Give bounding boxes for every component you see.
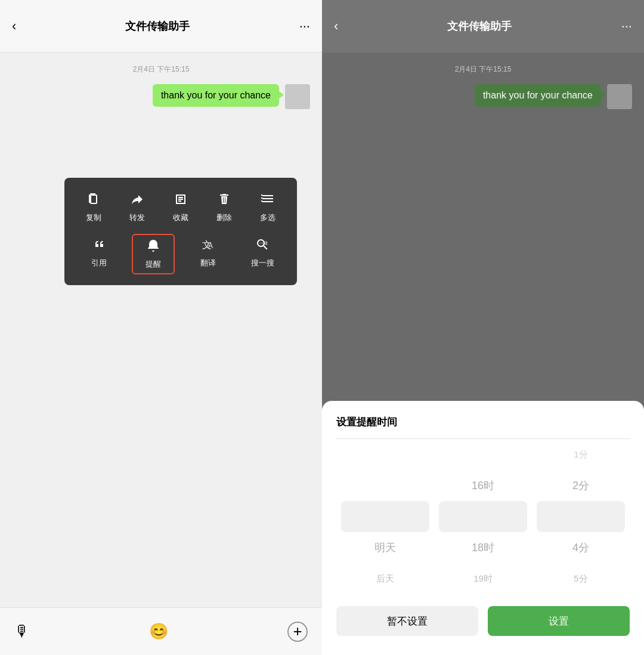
menu-label-search: 搜一搜 — [251, 258, 274, 268]
picker-day-before[interactable] — [336, 470, 434, 501]
right-back-button[interactable]: ‹ — [334, 18, 338, 34]
menu-label-remind: 提醒 — [145, 259, 161, 270]
menu-item-remind[interactable]: 提醒 — [132, 234, 175, 274]
left-bottom-bar: 🎙 😊 + — [0, 607, 322, 655]
context-menu-row1: 复制 转发 收藏 — [64, 185, 297, 230]
forward-icon — [130, 192, 144, 210]
sheet-buttons: 暂不设置 设置 — [336, 606, 630, 636]
context-menu-row2: 引用 提醒 文A 翻译 — [64, 230, 297, 278]
svg-text:A: A — [208, 242, 213, 250]
menu-item-search[interactable]: 一搜 搜一搜 — [241, 234, 284, 274]
menu-label-delete: 删除 — [216, 212, 232, 223]
picker-day-after2[interactable]: 后天 — [336, 563, 434, 594]
confirm-button[interactable]: 设置 — [488, 606, 630, 636]
menu-item-copy[interactable]: 复制 — [72, 189, 115, 227]
left-header: ‹ 文件传输助手 ··· — [0, 0, 322, 52]
right-header: ‹ 文件传输助手 ··· — [322, 0, 644, 52]
picker-hour-after2[interactable]: 19时 — [434, 563, 532, 594]
menu-item-forward[interactable]: 转发 — [116, 189, 159, 227]
voice-icon[interactable]: 🎙 — [14, 622, 30, 641]
right-more-button[interactable]: ··· — [621, 18, 632, 34]
left-message-bubble[interactable]: thank you for your chance — [153, 84, 279, 107]
left-back-button[interactable]: ‹ — [12, 18, 16, 34]
left-more-button[interactable]: ··· — [299, 18, 310, 34]
right-message-bubble: thank you for your chance — [475, 84, 601, 107]
picker-hour-before2[interactable] — [434, 439, 532, 470]
menu-label-forward: 转发 — [129, 212, 145, 223]
collect-icon — [174, 192, 188, 210]
picker-min-selected[interactable]: 3分 — [532, 501, 630, 532]
multiselect-icon — [261, 192, 275, 210]
menu-label-collect: 收藏 — [173, 212, 188, 223]
copy-icon — [86, 192, 101, 210]
picker-min-after[interactable]: 4分 — [532, 532, 630, 563]
picker-col-min: 1分 2分 3分 4分 5分 — [532, 439, 630, 594]
picker-col-day: 今天 明天 后天 — [336, 439, 434, 594]
picker-hour-after[interactable]: 18时 — [434, 532, 532, 563]
sheet-title: 设置提醒时间 — [336, 415, 630, 429]
picker-container: 今天 明天 后天 16时 17时 18时 19时 1分 2分 3分 4分 5分 — [336, 439, 630, 594]
time-picker-sheet: 设置提醒时间 今天 明天 后天 16时 17时 18时 19时 — [322, 401, 644, 655]
left-panel: ‹ 文件传输助手 ··· 2月4日 下午15:15 thank you for … — [0, 0, 322, 655]
picker-day-before2[interactable] — [336, 439, 434, 470]
left-header-title: 文件传输助手 — [125, 19, 190, 33]
right-timestamp: 2月4日 下午15:15 — [455, 64, 512, 75]
picker-hour-selected[interactable]: 17时 — [434, 501, 532, 532]
menu-label-quote: 引用 — [91, 258, 107, 268]
plus-icon[interactable]: + — [287, 622, 308, 642]
bell-icon — [146, 239, 160, 257]
menu-label-copy: 复制 — [86, 212, 101, 223]
picker-min-before2[interactable]: 1分 — [532, 439, 630, 470]
left-chat-area: 2月4日 下午15:15 thank you for your chance 复… — [0, 52, 322, 607]
picker-day-after[interactable]: 明天 — [336, 532, 434, 563]
cancel-button[interactable]: 暂不设置 — [336, 606, 478, 636]
picker-col-hour: 16时 17时 18时 19时 — [434, 439, 532, 594]
context-menu: 复制 转发 收藏 — [64, 178, 297, 285]
search-icon: 一搜 — [255, 237, 270, 255]
left-avatar — [285, 84, 310, 109]
right-header-title: 文件传输助手 — [447, 19, 512, 33]
quote-icon — [92, 237, 106, 255]
translate-icon: 文A — [201, 237, 215, 255]
delete-icon — [217, 192, 231, 210]
right-panel: ‹ 文件传输助手 ··· 2月4日 下午15:15 thank you for … — [322, 0, 644, 655]
menu-label-translate: 翻译 — [200, 258, 216, 268]
picker-day-selected[interactable]: 今天 — [336, 501, 434, 532]
right-avatar — [607, 84, 632, 109]
left-message-row: thank you for your chance — [12, 84, 310, 109]
menu-item-multiselect[interactable]: 多选 — [246, 189, 289, 227]
menu-item-delete[interactable]: 删除 — [203, 189, 246, 227]
menu-item-quote[interactable]: 引用 — [78, 234, 120, 274]
left-timestamp: 2月4日 下午15:15 — [133, 64, 190, 75]
picker-min-before[interactable]: 2分 — [532, 470, 630, 501]
right-message-row: thank you for your chance — [334, 84, 632, 109]
svg-text:一搜: 一搜 — [259, 241, 268, 245]
picker-min-after2[interactable]: 5分 — [532, 563, 630, 594]
menu-item-collect[interactable]: 收藏 — [159, 189, 202, 227]
menu-item-translate[interactable]: 文A 翻译 — [187, 234, 230, 274]
emoji-icon[interactable]: 😊 — [149, 622, 168, 641]
picker-hour-before[interactable]: 16时 — [434, 470, 532, 501]
menu-label-multiselect: 多选 — [260, 212, 275, 223]
